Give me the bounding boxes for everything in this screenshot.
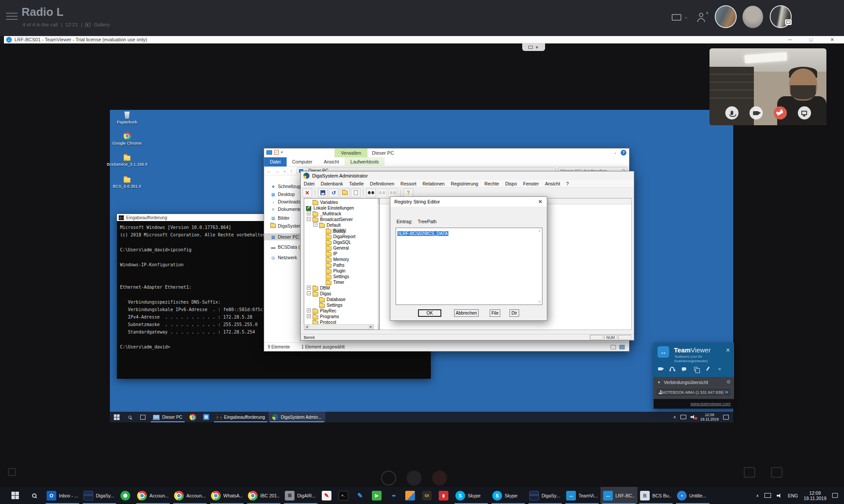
tree-node-digas[interactable]: −Digas — [304, 291, 379, 297]
layout-picker-button[interactable]: ⌄ — [672, 14, 689, 22]
sidebar-item-bcsdata-d-[interactable]: ▬BCSData (D:) — [264, 243, 301, 250]
tree-node-paths[interactable]: Paths — [304, 262, 379, 268]
find-button[interactable] — [366, 189, 376, 197]
menu-tabelle[interactable]: Tabelle — [346, 180, 367, 188]
tree-node-digareport[interactable]: DigaReport — [304, 234, 379, 239]
back-button[interactable]: ← — [266, 168, 272, 174]
help-button[interactable]: ? — [404, 189, 413, 197]
tree-node-default[interactable]: −Default — [304, 222, 379, 228]
taskbar-cmd[interactable] — [336, 487, 353, 504]
forward-button[interactable]: → — [274, 168, 280, 174]
tree-node--multitrack[interactable]: +_Multitrack — [304, 211, 379, 217]
admin-titlebar[interactable]: DigaSystem Administrator ─ □ ✕ — [301, 171, 634, 180]
menu-dispo[interactable]: Dispo — [502, 180, 520, 188]
menu-rechte[interactable]: Rechte — [481, 180, 502, 188]
gear-icon[interactable]: ⚙ — [726, 379, 731, 385]
tree-node-timer[interactable]: Timer — [304, 279, 379, 285]
help-icon[interactable]: ? — [621, 150, 626, 156]
action-center-icon[interactable] — [832, 493, 838, 498]
sidebar-item-dokumente[interactable]: ≡Dokumente — [264, 206, 301, 213]
taskbar-skype[interactable]: Skype — [453, 487, 490, 504]
open-folder-button[interactable] — [340, 189, 349, 197]
close-button[interactable]: ✕ — [826, 36, 839, 44]
sidebar-item-digasystem[interactable]: DigaSystem — [264, 222, 301, 229]
chevron-down-icon[interactable]: ▾ — [281, 150, 283, 154]
collapse-minus-icon[interactable]: − — [307, 217, 311, 221]
value-textarea[interactable]: \\LRF-BCS02\BCS_DATA ∧ ∨ — [396, 228, 542, 305]
expand-plus-icon[interactable]: + — [307, 308, 311, 312]
share-screen-button[interactable] — [798, 106, 811, 120]
explorer-titlebar[interactable]: ✓ ▾ Verwalten Dieser PC ─ □ ✕ — [264, 149, 629, 157]
remote-clock[interactable]: 12:09 19.11.2019 — [700, 413, 719, 421]
close-button[interactable]: ✕ — [302, 189, 312, 197]
taskbar-digair-[interactable]: DigAIR... — [282, 487, 319, 504]
teamviewer-link[interactable]: www.teamviewer.com — [691, 401, 731, 406]
dir-button[interactable]: Dir — [509, 309, 519, 317]
ribbon-collapse-icon[interactable]: ⌄ — [614, 151, 617, 155]
menu-fenster[interactable]: Fenster — [520, 180, 542, 188]
expand-plus-icon[interactable]: + — [307, 211, 311, 215]
menu-relationen[interactable]: Relationen — [419, 180, 447, 188]
sidebar-item-dieser-pc[interactable]: ▦Dieser PC — [264, 233, 301, 240]
add-participant-button[interactable]: + — [696, 12, 708, 23]
faded-share-button[interactable] — [381, 471, 396, 486]
tree-node-broadcastserver[interactable]: −BroadcastServer — [304, 217, 379, 222]
taskbar-whatsa-[interactable]: WhatsA... — [208, 487, 245, 504]
taskbar-digasy-[interactable]: DigaSy... — [81, 487, 118, 504]
details-view-icon[interactable] — [611, 345, 616, 349]
menu-help[interactable]: ? — [563, 180, 572, 188]
faded-mute-button[interactable] — [407, 471, 422, 486]
taskbar-accoun-[interactable]: Accoun... — [171, 487, 208, 504]
taskbar-orange-app[interactable] — [403, 487, 419, 504]
history-chevron[interactable]: ⌄ — [283, 168, 286, 174]
taskbar-lrf-bc-[interactable]: LRF-BC... — [600, 487, 637, 504]
menu-datei[interactable]: Datei — [301, 180, 318, 188]
taskbar-play[interactable] — [369, 487, 386, 504]
tree-node-lokale-einstellungen[interactable]: −Lokale Einstellungen — [304, 205, 379, 211]
save-button[interactable] — [318, 189, 327, 197]
tab-ansicht[interactable]: Ansicht — [318, 157, 345, 167]
tree-node-programs[interactable]: +Programs — [304, 314, 379, 319]
menu-registrierung[interactable]: Registrierung — [447, 180, 481, 188]
menu-ansicht[interactable]: Ansicht — [542, 180, 563, 188]
tree-node-buddy[interactable]: Buddy — [304, 228, 379, 234]
maximize-button[interactable]: □ — [804, 36, 818, 44]
mic-button[interactable] — [725, 106, 738, 120]
sidebar-item-desktop[interactable]: ▦Desktop — [264, 191, 301, 198]
faded-hangup-button[interactable] — [432, 471, 447, 486]
camera-button[interactable] — [749, 106, 763, 120]
remote-start-button[interactable] — [110, 412, 123, 422]
remote-taskview-button[interactable] — [136, 412, 149, 422]
faded-corner-icon[interactable] — [8, 468, 16, 476]
collapse-minus-icon[interactable]: − — [307, 291, 311, 295]
tree-node-general[interactable]: General — [304, 245, 379, 251]
taskbar-bcs-bu-[interactable]: BCS Bu... — [637, 487, 674, 504]
network-icon[interactable] — [680, 415, 686, 419]
connection-overview-row[interactable]: ▼ Verbindungsübersicht — [657, 380, 708, 385]
chat-button[interactable] — [681, 366, 687, 372]
tree-node-settings[interactable]: Settings — [304, 302, 379, 308]
tree-node-plugin[interactable]: Plugin — [304, 268, 379, 274]
document-button[interactable] — [351, 189, 360, 197]
taskbar-untitle-[interactable]: Untitle... — [674, 487, 711, 504]
taskbar-pencil[interactable] — [353, 487, 369, 504]
video-camera-button[interactable] — [657, 366, 663, 372]
tree-node-playrec[interactable]: +PlayRec — [304, 308, 379, 314]
taskbar-people[interactable] — [386, 487, 403, 504]
tree-node-variables[interactable]: Variables — [304, 199, 379, 205]
remote-taskbar-digasystem-admin-[interactable]: DigaSystem Admin... — [269, 412, 325, 422]
taskbar-red-tool[interactable] — [319, 487, 336, 504]
tree-horizontal-scrollbar[interactable]: ◄ ► — [304, 324, 374, 330]
taskbar-skype[interactable]: Skype — [490, 487, 527, 504]
close-icon[interactable]: ✕ — [726, 347, 730, 353]
desktop-icon-bcs-5-6-351-0[interactable]: BCS_5.6.351.0 — [107, 174, 147, 189]
tray-expand-icon[interactable]: ∧ — [756, 493, 759, 498]
ok-button[interactable]: OK — [418, 309, 441, 317]
dialog-titlebar[interactable]: Registry String Editor ✕ — [390, 197, 547, 207]
remote-taskbar-app-tile[interactable] — [200, 412, 213, 422]
faded-fullscreen-icon[interactable] — [744, 467, 755, 478]
sidebar-item-netzwerk[interactable]: ◎Netzwerk — [264, 254, 301, 261]
hang-up-button[interactable] — [774, 106, 787, 120]
up-button[interactable]: ↑ — [288, 168, 295, 174]
desktop-icon-papierkorb[interactable]: Papierkorb — [107, 110, 147, 124]
